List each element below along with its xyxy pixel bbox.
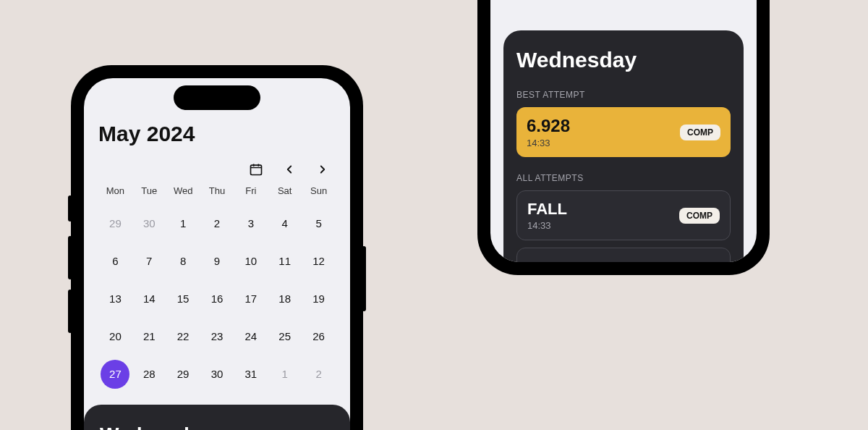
attempt-badge: COMP	[679, 208, 720, 224]
notch	[174, 85, 260, 110]
calendar-day[interactable]: 30	[132, 214, 166, 234]
all-attempts-heading: ALL ATTEMPTS	[516, 173, 731, 183]
calendar-dow: Tue	[132, 185, 166, 196]
calendar-day[interactable]: 22	[166, 326, 200, 347]
calendar-day[interactable]: 31	[234, 364, 268, 384]
calendar-day[interactable]: 14	[132, 289, 166, 309]
calendar-dow: Wed	[166, 185, 200, 196]
calendar-day[interactable]: 29	[98, 214, 132, 234]
calendar-day[interactable]: 26	[302, 326, 336, 347]
svg-rect-0	[251, 165, 262, 174]
selected-day-name: Wednesday	[100, 423, 334, 430]
calendar-dow: Fri	[234, 185, 268, 196]
attempt-card[interactable]: 14:	[516, 248, 731, 262]
calendar-day[interactable]: 12	[302, 251, 336, 271]
calendar-dow: Mon	[98, 185, 132, 196]
phone-frame-calendar: May 2024 MonTueWedThuFriSatSun2930123456…	[71, 65, 363, 430]
calendar-day[interactable]: 24	[234, 326, 268, 347]
calendar-day[interactable]: 10	[234, 251, 268, 271]
best-attempt-heading: BEST ATTEMPT	[516, 90, 731, 100]
calendar-day[interactable]: 21	[132, 326, 166, 347]
calendar-prev-icon[interactable]	[282, 162, 297, 177]
best-attempt-card[interactable]: 6.928 14:33 COMP	[516, 107, 731, 157]
calendar-dow: Sat	[268, 185, 302, 196]
calendar-day[interactable]: 1	[268, 364, 302, 384]
best-badge: COMP	[680, 125, 720, 140]
calendar-day[interactable]: 3	[234, 214, 268, 234]
summary-card: Wednesday BEST ATTEMPT 6.928 14:33 COMP …	[503, 30, 744, 262]
calendar-dow: Sun	[302, 185, 336, 196]
calendar-day[interactable]: 1	[166, 214, 200, 234]
calendar-day[interactable]: 19	[302, 289, 336, 309]
summary-day-name: Wednesday	[516, 48, 731, 72]
selected-day-panel: Wednesday	[84, 405, 350, 430]
calendar-day[interactable]: 25	[268, 326, 302, 347]
calendar-day[interactable]: 16	[200, 289, 234, 309]
calendar-day[interactable]: 9	[200, 251, 234, 271]
calendar-day[interactable]: 18	[268, 289, 302, 309]
calendar-day[interactable]: 2	[302, 364, 336, 384]
calendar-day[interactable]: 30	[200, 364, 234, 384]
calendar-day-selected[interactable]: 27	[101, 360, 129, 389]
calendar-day[interactable]: 23	[200, 326, 234, 347]
best-time: 14:33	[527, 138, 570, 148]
calendar-day[interactable]: 15	[166, 289, 200, 309]
calendar-day[interactable]: 7	[132, 251, 166, 271]
calendar-day[interactable]: 20	[98, 326, 132, 347]
attempt-time: 14:33	[527, 220, 567, 231]
calendar-day[interactable]: 13	[98, 289, 132, 309]
calendar-day[interactable]: 5	[302, 214, 336, 234]
calendar-day[interactable]: 4	[268, 214, 302, 234]
calendar-day[interactable]: 11	[268, 251, 302, 271]
attempt-card[interactable]: FALL14:33COMP	[516, 190, 731, 240]
calendar-day[interactable]: 8	[166, 251, 200, 271]
calendar-day[interactable]: 28	[132, 364, 166, 384]
calendar-today-icon[interactable]	[249, 162, 263, 177]
calendar-grid: MonTueWedThuFriSatSun2930123456789101112…	[98, 185, 336, 384]
phone-frame-summary: Wednesday BEST ATTEMPT 6.928 14:33 COMP …	[477, 0, 770, 275]
calendar-dow: Thu	[200, 185, 234, 196]
attempt-label: FALL	[527, 200, 567, 219]
calendar-day[interactable]: 29	[166, 364, 200, 384]
calendar-day[interactable]: 2	[200, 214, 234, 234]
attempt-time: 14:	[527, 260, 540, 263]
calendar-day[interactable]: 17	[234, 289, 268, 309]
calendar-day[interactable]: 6	[98, 251, 132, 271]
calendar-next-icon[interactable]	[315, 162, 330, 177]
best-score: 6.928	[527, 116, 570, 136]
calendar-title: May 2024	[98, 122, 336, 146]
